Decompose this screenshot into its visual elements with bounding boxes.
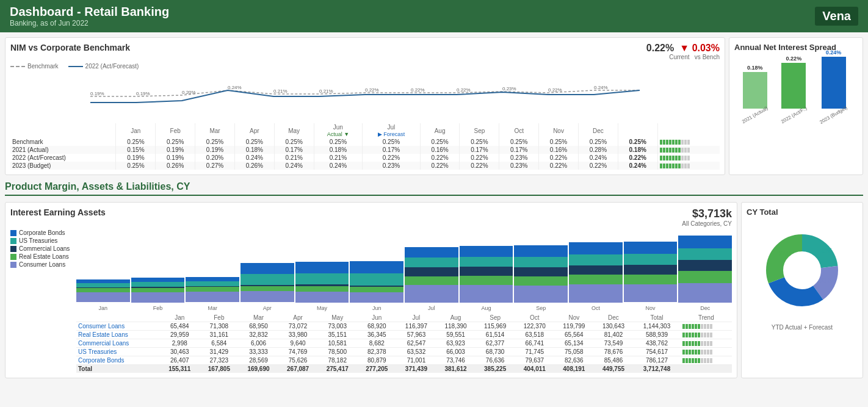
bar-segment (241, 274, 294, 285)
month-label-6: Jul (405, 305, 458, 311)
bar-segment (186, 281, 239, 286)
assets-row-label-4: Corporate Bonds (76, 356, 160, 365)
bar-segment (76, 283, 130, 287)
assets-total-cell-2: 169,690 (239, 365, 278, 373)
nim-cell-1-9: 0.17% (499, 146, 539, 154)
assets-total-trend (681, 365, 732, 373)
bar-segment (186, 292, 239, 302)
assets-th-jun: Jun (357, 314, 397, 322)
assets-cell-3-7: 66,003 (436, 348, 476, 356)
assets-cell-4-6: 71,001 (397, 356, 436, 365)
nim-cell-3-6: 0.23% (363, 162, 420, 170)
page-title: Dashboard - Retail Banking (10, 5, 169, 19)
nim-col-jun-actual: JunActual ▼ (314, 123, 363, 138)
legend-corporate-bonds: Corporate Bonds (10, 229, 71, 236)
assets-cell-0-3: 73,072 (278, 322, 318, 331)
bar-segment (514, 267, 568, 276)
assets-total-cell-4: 275,417 (317, 365, 357, 373)
assets-cell-4-2: 28,569 (239, 356, 278, 365)
nim-cell-2-0: 0.19% (116, 154, 156, 162)
stacked-bar-5 (350, 261, 403, 303)
consumer-loans-color (10, 262, 16, 268)
assets-cell-4-9: 79,637 (515, 356, 554, 365)
assets-cell-0-7: 118,390 (436, 322, 476, 331)
bar-segment (514, 245, 568, 257)
assets-cell-0-1: 71,308 (200, 322, 239, 331)
assets-cell-2-4: 10,581 (317, 339, 357, 348)
assets-bar-chart (76, 229, 732, 303)
nim-cell-1-3: 0.18% (234, 146, 274, 154)
assets-cell-0-4: 73,003 (317, 322, 357, 331)
nim-cell-0-10: 0.25% (539, 138, 579, 146)
corporate-bonds-color (10, 230, 16, 236)
month-label-5: Jun (350, 305, 403, 311)
nim-cell-3-10: 0.22% (539, 162, 579, 170)
bar-segment (295, 262, 349, 273)
assets-cell-1-3: 33,980 (278, 331, 318, 339)
bar-segment (514, 276, 568, 286)
assets-th-dec: Dec (594, 314, 634, 322)
cy-total-title: CY Total (747, 207, 858, 217)
bar-group-10 (624, 242, 678, 303)
nim-cell-0-1: 0.25% (156, 138, 195, 146)
bar-segment (186, 287, 239, 292)
svg-text:31%: 31% (779, 250, 791, 257)
month-label-10: Nov (624, 305, 678, 311)
bar-group-4 (295, 262, 349, 303)
nim-row-label-0: Benchmark (10, 138, 116, 146)
assets-cell-3-3: 74,769 (278, 348, 318, 356)
legend-consumer-loans: Consumer Loans (10, 261, 71, 268)
assets-month-labels: JanFebMarAprMayJunJulAugSepOctNovDec (76, 305, 732, 311)
assets-cell-4-5: 80,879 (357, 356, 397, 365)
annual-bar-2022-fill (781, 63, 806, 109)
assets-th-aug: Aug (436, 314, 476, 322)
company-logo: Vena (815, 7, 858, 26)
nim-total-2: 0.22% (618, 154, 657, 162)
bar-segment (405, 247, 458, 258)
bar-segment (678, 271, 732, 283)
nim-total-1: 0.18% (618, 146, 657, 154)
assets-cell-1-7: 59,551 (436, 331, 476, 339)
cy-total-subtitle: YTD Actual + Forecast (747, 324, 858, 331)
assets-content: Corporate Bonds US Treasuries Commercial… (10, 229, 732, 373)
bar-segment (131, 278, 185, 282)
bar-group-8 (514, 245, 568, 303)
stacked-bar-2 (186, 277, 239, 303)
nim-cell-1-1: 0.19% (156, 146, 195, 154)
assets-cell-0-9: 122,370 (515, 322, 554, 331)
nim-trend-2 (657, 154, 720, 162)
nim-col-total (618, 123, 657, 138)
assets-th-oct: Oct (515, 314, 554, 322)
bar-segment (569, 284, 623, 303)
nim-col-nov: Nov (539, 123, 579, 138)
bar-segment (678, 236, 732, 248)
nim-total-0: 0.25% (618, 138, 657, 146)
assets-section-row: Interest Earning Assets $3,713k All Cate… (5, 202, 863, 378)
bar-segment (186, 277, 239, 281)
assets-cell-0-10: 119,799 (554, 322, 594, 331)
assets-cell-3-5: 82,378 (357, 348, 397, 356)
bar-segment (76, 288, 130, 292)
assets-total-cell-0: 155,311 (160, 365, 200, 373)
assets-cell-1-9: 63,518 (515, 331, 554, 339)
assets-legend: Corporate Bonds US Treasuries Commercial… (10, 229, 71, 369)
assets-cell-0-2: 68,950 (239, 322, 278, 331)
assets-total-cell-5: 277,205 (357, 365, 397, 373)
assets-th-nov: Nov (554, 314, 594, 322)
nim-trend-0 (657, 138, 720, 146)
assets-th-mar: Mar (239, 314, 278, 322)
bar-segment (514, 257, 568, 267)
nim-col-apr: Apr (234, 123, 274, 138)
nim-trend-1 (657, 146, 720, 154)
forecast-line-icon (68, 66, 83, 67)
legend-benchmark-label: Benchmark (27, 63, 59, 70)
bar-segment (460, 246, 513, 257)
nim-chart-area: 0.19% 0.19% 0.20% 0.24% 0.21% 0.21% 0.22… (10, 72, 720, 121)
assets-cell-0-11: 130,643 (594, 322, 634, 331)
assets-cell-1-6: 57,963 (397, 331, 436, 339)
bar-segment (678, 248, 732, 260)
nim-col-jan: Jan (116, 123, 156, 138)
legend-us-treasuries-label: US Treasuries (19, 237, 57, 244)
annual-bar-2023: 0.24% 2023 (Budget) (818, 49, 849, 118)
bar-segment (295, 292, 349, 303)
